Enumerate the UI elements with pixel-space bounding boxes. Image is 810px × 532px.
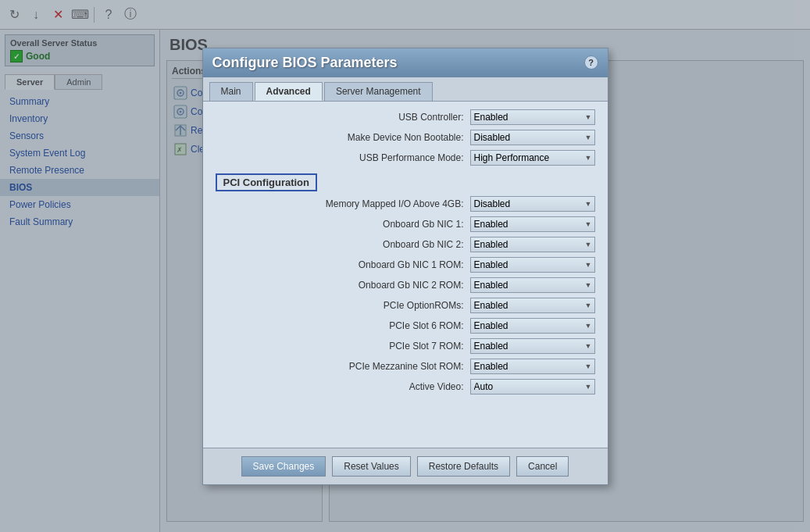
usb-controller-row: USB Controller: Enabled Disabled [212,109,598,125]
usb-performance-label: USB Performance Mode: [292,152,464,163]
usb-controller-label: USB Controller: [292,112,464,123]
pci-field-label-1: Onboard Gb NIC 1: [292,219,464,230]
modal-header: Configure BIOS Parameters ? [203,48,608,77]
pci-field-row-0: Memory Mapped I/O Above 4GB: DisabledEna… [212,196,598,212]
pci-field-label-2: Onboard Gb NIC 2: [292,239,464,250]
make-non-bootable-label: Make Device Non Bootable: [292,132,464,143]
pci-field-label-4: Onboard Gb NIC 2 ROM: [292,280,464,291]
pci-field-row-1: Onboard Gb NIC 1: EnabledDisabled [212,216,598,232]
pci-field-select-4[interactable]: EnabledDisabled [470,277,595,293]
modal-overlay: Configure BIOS Parameters ? Main Advance… [0,0,810,532]
modal-title: Configure BIOS Parameters [212,55,398,71]
pci-field-select-0[interactable]: DisabledEnabled [470,196,595,212]
pci-field-label-9: Active Video: [292,381,464,392]
pci-field-select-2[interactable]: EnabledDisabled [470,237,595,252]
tab-main[interactable]: Main [209,82,253,101]
pci-field-row-9: Active Video: AutoOnboardAdd-in Card [212,379,598,395]
pci-field-select-9[interactable]: AutoOnboardAdd-in Card [470,379,595,395]
modal-tabs: Main Advanced Server Management [203,77,608,102]
usb-controller-select[interactable]: Enabled Disabled [470,109,595,125]
usb-controller-select-wrapper: Enabled Disabled [470,109,595,125]
pci-field-select-6[interactable]: EnabledDisabled [470,318,595,334]
pci-section-header: PCI Configuration [216,173,595,191]
pci-field-row-5: PCIe OptionROMs: EnabledDisabled [212,298,598,313]
pci-field-label-6: PCIe Slot 6 ROM: [292,320,464,331]
tab-advanced[interactable]: Advanced [255,82,323,101]
pci-section-title: PCI Configuration [216,173,318,191]
make-non-bootable-select[interactable]: Disabled Enabled [470,130,595,145]
reset-values-button[interactable]: Reset Values [332,456,410,477]
pci-field-row-6: PCIe Slot 6 ROM: EnabledDisabled [212,318,598,334]
pci-field-select-7[interactable]: EnabledDisabled [470,338,595,354]
usb-performance-row: USB Performance Mode: High Performance C… [212,150,598,166]
pci-field-row-4: Onboard Gb NIC 2 ROM: EnabledDisabled [212,277,598,293]
pci-field-row-8: PCIe Mezzanine Slot ROM: EnabledDisabled [212,359,598,374]
modal-footer: Save Changes Reset Values Restore Defaul… [203,448,608,484]
pci-field-label-0: Memory Mapped I/O Above 4GB: [292,198,464,209]
configure-bios-modal: Configure BIOS Parameters ? Main Advance… [202,48,608,485]
pci-field-label-5: PCIe OptionROMs: [292,300,464,311]
make-non-bootable-select-wrapper: Disabled Enabled [470,130,595,145]
pci-field-label-8: PCIe Mezzanine Slot ROM: [292,361,464,372]
pci-field-row-2: Onboard Gb NIC 2: EnabledDisabled [212,237,598,252]
restore-defaults-button[interactable]: Restore Defaults [417,456,510,477]
pci-field-select-1[interactable]: EnabledDisabled [470,216,595,232]
pci-field-label-7: PCIe Slot 7 ROM: [292,341,464,352]
pci-field-select-5[interactable]: EnabledDisabled [470,298,595,313]
tab-server-management[interactable]: Server Management [324,82,433,101]
make-non-bootable-row: Make Device Non Bootable: Disabled Enabl… [212,130,598,145]
pci-field-select-3[interactable]: EnabledDisabled [470,257,595,273]
pci-field-row-3: Onboard Gb NIC 1 ROM: EnabledDisabled [212,257,598,273]
pci-field-select-8[interactable]: EnabledDisabled [470,359,595,374]
modal-help-icon[interactable]: ? [584,55,598,70]
pci-field-label-3: Onboard Gb NIC 1 ROM: [292,259,464,270]
pci-field-row-7: PCIe Slot 7 ROM: EnabledDisabled [212,338,598,354]
usb-performance-select[interactable]: High Performance Compatibility [470,150,595,166]
save-changes-button[interactable]: Save Changes [241,456,326,477]
usb-performance-select-wrapper: High Performance Compatibility [470,150,595,166]
cancel-button[interactable]: Cancel [516,456,569,477]
modal-content: USB Controller: Enabled Disabled Make De… [203,102,608,448]
